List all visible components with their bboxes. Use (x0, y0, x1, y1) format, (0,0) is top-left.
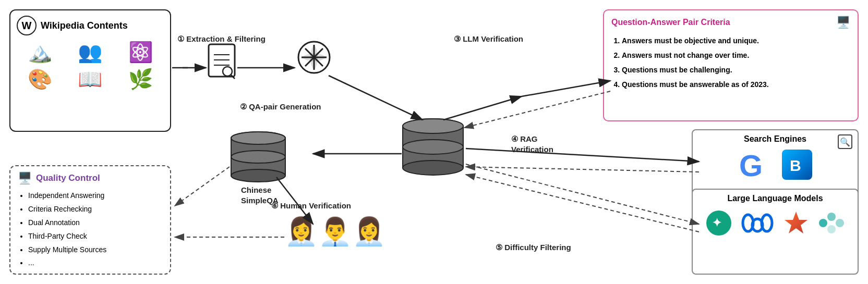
svg-text:G: G (739, 149, 763, 180)
svg-text:👩‍💼👨‍💼👩‍💼: 👩‍💼👨‍💼👩‍💼 (284, 215, 386, 248)
llm-title: Large Language Models (699, 194, 851, 203)
wiki-icon-leaf: 🌿 (117, 68, 164, 91)
svg-text:⑥ Human Verification: ⑥ Human Verification (271, 201, 351, 210)
criteria-item-1: Answers must be objective and unique. (622, 33, 850, 48)
quality-title: 🖥️ Quality Control (18, 171, 163, 185)
wiki-icon-palette: 🎨 (17, 68, 63, 91)
mistral-logo (782, 209, 810, 237)
svg-point-32 (231, 169, 285, 182)
svg-text:B: B (790, 157, 801, 174)
wiki-title: W Wikipedia Contents (17, 16, 164, 35)
svg-text:SimpleQA: SimpleQA (241, 196, 279, 205)
svg-text:⑤ Difficulty Filtering: ⑤ Difficulty Filtering (496, 243, 571, 252)
svg-point-20 (298, 42, 330, 73)
wiki-icon-people: 👥 (67, 41, 114, 64)
criteria-item-2: Answers must not change over time. (622, 48, 850, 63)
svg-point-8 (819, 219, 827, 227)
svg-point-27 (403, 160, 463, 175)
svg-point-29 (403, 119, 463, 133)
quality-item-2: Criteria Rechecking (28, 203, 163, 216)
svg-point-9 (827, 213, 836, 221)
svg-line-50 (443, 96, 522, 120)
criteria-box: Question-Answer Pair Criteria 🖥️ Answers… (603, 9, 859, 121)
quality-item-4: Third-Party Check (28, 230, 163, 243)
quality-item-3: Dual Annotation (28, 216, 163, 230)
google-logo: G (738, 149, 769, 180)
svg-marker-7 (785, 212, 807, 233)
llm-box: Large Language Models ✦ (692, 189, 859, 275)
svg-point-33 (231, 151, 285, 163)
svg-line-52 (464, 91, 610, 128)
wiki-icon-road: 🏔️ (17, 41, 63, 64)
svg-point-18 (223, 67, 232, 76)
openai-logo: ✦ (705, 209, 732, 237)
svg-line-43 (175, 167, 230, 206)
criteria-list: Answers must be objective and unique. An… (611, 33, 850, 92)
quality-item-1: Independent Answering (28, 189, 163, 203)
svg-line-19 (231, 75, 235, 79)
quality-item-5: Supply Multiple Sources (28, 243, 163, 257)
wiki-title-text: Wikipedia Contents (41, 20, 128, 31)
quality-list: Independent Answering Criteria Recheckin… (18, 189, 163, 270)
criteria-item-3: Questions must be challenging. (622, 63, 850, 77)
svg-text:Chinese: Chinese (241, 186, 271, 194)
svg-text:③ LLM Verification: ③ LLM Verification (454, 34, 523, 43)
wiki-icon-atom: ⚛️ (117, 41, 164, 64)
svg-line-47 (466, 167, 699, 172)
svg-line-41 (329, 76, 423, 120)
svg-text:① Extraction & Filtering: ① Extraction & Filtering (177, 34, 266, 43)
wiki-icons-grid: 🏔️ 👥 ⚛️ 🎨 📖 🌿 (17, 41, 164, 91)
search-magnify-icon: 🔍 (838, 134, 852, 149)
search-engines-title: Search Engines (699, 134, 851, 144)
quality-control-box: 🖥️ Quality Control Independent Answering… (9, 165, 171, 275)
svg-line-24 (305, 48, 323, 66)
svg-text:④ RAG: ④ RAG (511, 134, 538, 143)
criteria-item-4: Questions must be answerable as of 2023. (622, 77, 850, 92)
criteria-computer-icon: 🖥️ (836, 16, 850, 29)
svg-line-23 (305, 48, 323, 66)
svg-line-49 (466, 175, 699, 232)
wikipedia-box: W Wikipedia Contents 🏔️ 👥 ⚛️ 🎨 📖 🌿 (9, 9, 171, 132)
svg-line-44 (276, 177, 313, 224)
wiki-icon-book: 📖 (67, 68, 114, 91)
svg-point-25 (403, 119, 463, 133)
svg-rect-26 (403, 126, 463, 168)
criteria-title-text: Question-Answer Pair Criteria (611, 18, 730, 27)
svg-text:② QA-pair Generation: ② QA-pair Generation (240, 102, 321, 111)
quality-icon: 🖥️ (18, 171, 32, 185)
quality-title-text: Quality Control (36, 173, 100, 183)
svg-point-10 (836, 219, 844, 227)
svg-text:Verification: Verification (511, 145, 553, 154)
svg-line-48 (466, 164, 699, 224)
criteria-title-row: Question-Answer Pair Criteria 🖥️ (611, 16, 850, 29)
svg-point-11 (827, 225, 836, 233)
wikipedia-icon: W (17, 16, 37, 35)
bing-logo: B (782, 150, 812, 180)
cohere-logo (818, 209, 845, 237)
svg-line-46 (466, 149, 699, 162)
quality-item-6: ... (28, 256, 163, 270)
svg-text:✦: ✦ (712, 216, 721, 229)
svg-line-51 (522, 81, 610, 96)
search-logos-row: G B (699, 149, 851, 180)
svg-point-34 (231, 132, 285, 144)
svg-point-30 (231, 132, 285, 144)
svg-point-28 (403, 140, 463, 154)
svg-rect-14 (209, 44, 235, 77)
svg-rect-31 (231, 138, 285, 176)
meta-logo (741, 213, 774, 233)
llm-logos-row: ✦ (699, 209, 851, 237)
